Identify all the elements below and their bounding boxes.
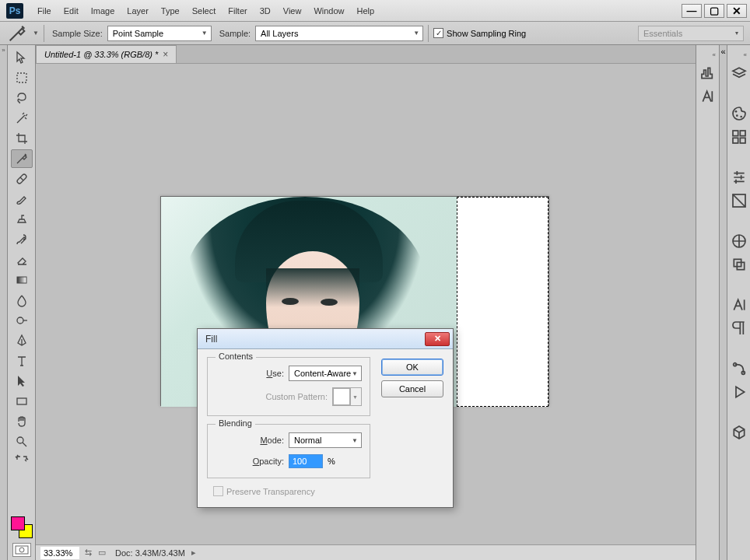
current-tool-eyedropper-icon[interactable] bbox=[6, 25, 28, 42]
menu-edit[interactable]: Edit bbox=[58, 3, 85, 19]
path-selection-tool[interactable] bbox=[11, 372, 33, 390]
menu-view[interactable]: View bbox=[277, 3, 308, 19]
chevron-down-icon: ▼ bbox=[352, 370, 358, 377]
show-sampling-ring-checkbox[interactable]: Show Sampling Ring bbox=[433, 28, 526, 38]
sample-size-label: Sample Size: bbox=[52, 29, 103, 38]
toolbox-expand-strip[interactable]: » bbox=[0, 45, 8, 560]
opacity-input[interactable] bbox=[289, 454, 323, 468]
sample-size-dropdown[interactable]: Point Sample ▼ bbox=[107, 26, 212, 41]
collapse-arrow-icon[interactable]: « bbox=[698, 51, 717, 58]
type-tool[interactable] bbox=[11, 352, 33, 370]
divider bbox=[44, 25, 44, 42]
healing-brush-tool[interactable] bbox=[11, 170, 33, 188]
blur-tool[interactable] bbox=[11, 291, 33, 310]
mode-value: Normal bbox=[294, 436, 321, 445]
quick-mask-toggle[interactable] bbox=[12, 543, 31, 557]
dialog-close-button[interactable]: ✕ bbox=[425, 332, 450, 346]
crop-tool[interactable] bbox=[11, 129, 33, 148]
character-icon[interactable] bbox=[730, 296, 748, 313]
show-sampling-ring-label: Show Sampling Ring bbox=[447, 29, 526, 38]
custom-pattern-picker: ▼ bbox=[332, 387, 362, 406]
tool-preset-arrow-icon[interactable]: ▼ bbox=[33, 30, 39, 37]
zoom-tool[interactable] bbox=[11, 432, 33, 451]
collapse-arrow-icon[interactable]: « bbox=[729, 51, 748, 58]
styles-panel-icon[interactable] bbox=[730, 192, 748, 209]
menu-image[interactable]: Image bbox=[85, 3, 121, 19]
cancel-button[interactable]: Cancel bbox=[381, 380, 443, 397]
histogram-panel-icon[interactable] bbox=[699, 65, 717, 82]
menu-file[interactable]: File bbox=[31, 3, 58, 19]
blending-legend: Blending bbox=[216, 418, 255, 428]
marquee-tool[interactable] bbox=[11, 68, 33, 87]
menu-type[interactable]: Type bbox=[155, 3, 186, 19]
svg-rect-13 bbox=[740, 138, 745, 143]
close-button[interactable]: ✕ bbox=[727, 4, 747, 18]
pen-tool[interactable] bbox=[11, 331, 33, 350]
status-arrows-icon[interactable]: ⇆ bbox=[82, 548, 93, 558]
3d-panel-icon[interactable] bbox=[730, 424, 748, 441]
eraser-tool[interactable] bbox=[11, 250, 33, 269]
hand-tool[interactable] bbox=[11, 412, 33, 431]
dialog-body: Contents Use: Content-Aware ▼ Custom Pat… bbox=[198, 349, 453, 507]
use-dropdown[interactable]: Content-Aware ▼ bbox=[289, 366, 362, 381]
mode-dropdown[interactable]: Normal ▼ bbox=[289, 432, 362, 448]
swatches-panel-icon[interactable] bbox=[730, 128, 748, 145]
history-brush-tool[interactable] bbox=[11, 230, 33, 249]
divider bbox=[428, 25, 429, 42]
foreground-color-swatch[interactable] bbox=[11, 516, 25, 530]
close-icon[interactable]: × bbox=[163, 49, 168, 60]
panel-divider-strip[interactable]: « bbox=[719, 45, 727, 560]
dialog-titlebar[interactable]: Fill ✕ bbox=[198, 329, 453, 349]
dodge-tool[interactable] bbox=[11, 311, 33, 330]
svg-rect-12 bbox=[733, 138, 738, 143]
actions-panel-icon[interactable] bbox=[730, 383, 748, 401]
options-bar: ▼ Sample Size: Point Sample ▼ Sample: Al… bbox=[0, 22, 750, 45]
brushes-panel-icon[interactable] bbox=[730, 233, 748, 250]
swap-colors-icon[interactable] bbox=[11, 453, 33, 464]
color-swatches[interactable] bbox=[11, 516, 33, 538]
document-tab[interactable]: Untitled-1 @ 33.3% (RGB/8) * × bbox=[36, 45, 177, 63]
menu-help[interactable]: Help bbox=[351, 3, 381, 19]
maximize-button[interactable]: ▢ bbox=[704, 4, 724, 18]
character-panel-icon[interactable] bbox=[699, 88, 717, 105]
menu-window[interactable]: Window bbox=[307, 3, 350, 19]
sample-label: Sample: bbox=[219, 29, 251, 38]
mode-label: Mode: bbox=[216, 436, 284, 445]
right-panel-group-1: « bbox=[696, 45, 719, 560]
minimize-button[interactable]: — bbox=[682, 4, 702, 18]
svg-rect-0 bbox=[17, 73, 26, 82]
lasso-tool[interactable] bbox=[11, 89, 33, 107]
menu-filter[interactable]: Filter bbox=[222, 3, 253, 19]
magic-wand-tool[interactable] bbox=[11, 109, 33, 128]
eyedropper-tool[interactable] bbox=[11, 149, 33, 168]
workspace-selector[interactable]: Essentials ▾ bbox=[638, 26, 744, 41]
move-tool[interactable] bbox=[11, 48, 33, 67]
sample-dropdown[interactable]: All Layers ▼ bbox=[255, 26, 423, 41]
svg-point-2 bbox=[17, 317, 23, 324]
status-expose-icon[interactable]: ▭ bbox=[96, 548, 107, 558]
svg-rect-1 bbox=[17, 277, 26, 283]
menu-layer[interactable]: Layer bbox=[121, 3, 155, 19]
layers-panel-icon[interactable] bbox=[730, 65, 748, 82]
gradient-tool[interactable] bbox=[11, 271, 33, 289]
clone-stamp-tool[interactable] bbox=[11, 210, 33, 229]
double-arrow-icon: » bbox=[2, 47, 5, 54]
zoom-input[interactable] bbox=[40, 547, 79, 559]
menu-3d[interactable]: 3D bbox=[254, 3, 277, 19]
color-panel-icon[interactable] bbox=[730, 105, 748, 122]
adjustments-panel-icon[interactable] bbox=[730, 169, 748, 186]
clone-source-panel-icon[interactable] bbox=[730, 256, 748, 273]
pattern-swatch bbox=[333, 388, 350, 405]
ok-button[interactable]: OK bbox=[381, 359, 443, 376]
brush-tool[interactable] bbox=[11, 190, 33, 208]
flyout-arrow-icon[interactable]: ▸ bbox=[188, 548, 199, 558]
rectangle-tool[interactable] bbox=[11, 392, 33, 411]
paragraph-panel-icon[interactable] bbox=[730, 320, 748, 337]
fill-dialog: Fill ✕ Contents Use: Content-Aware ▼ Cus… bbox=[197, 328, 454, 508]
paths-panel-icon[interactable] bbox=[730, 360, 748, 377]
app-logo[interactable]: Ps bbox=[6, 3, 23, 19]
svg-point-8 bbox=[736, 114, 738, 117]
preserve-transparency-checkbox: Preserve Transparency bbox=[207, 486, 370, 496]
menu-select[interactable]: Select bbox=[186, 3, 223, 19]
doc-info: Doc: 3.43M/3.43M bbox=[115, 548, 185, 558]
